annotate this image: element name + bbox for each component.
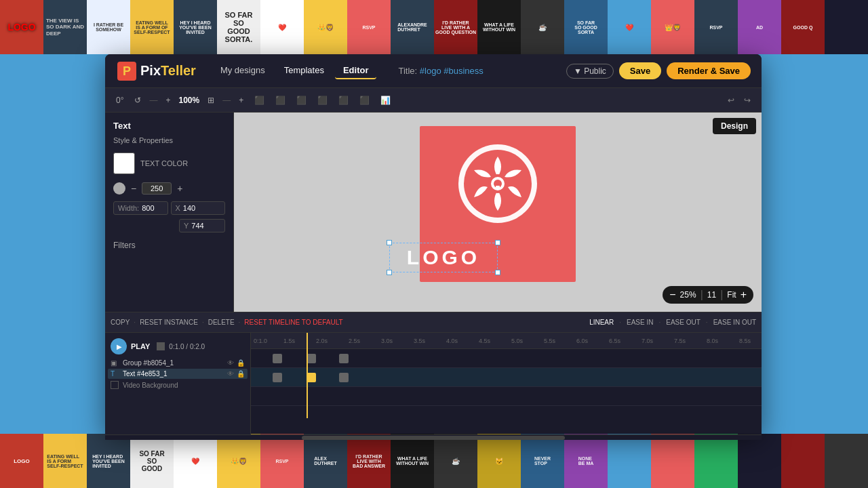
- x-box[interactable]: X 140: [171, 201, 226, 215]
- timeline-scrollbar[interactable]: [105, 434, 762, 440]
- play-row: ▶ PLAY 0:1.0 / 0:2.0: [108, 336, 248, 357]
- align-middle-icon[interactable]: ⬛: [336, 94, 351, 106]
- align-center-icon[interactable]: ⬛: [273, 94, 288, 106]
- nav-my-designs[interactable]: My designs: [212, 62, 273, 79]
- keyframe-text-3[interactable]: [339, 373, 349, 382]
- track-eye-icon[interactable]: 👁: [227, 359, 234, 367]
- bg-cell: ALEXANDREDUTHRET: [391, 0, 434, 54]
- top-navigation: P Pix Teller My designs Templates Editor…: [105, 54, 762, 88]
- bg-cell: SO FARSO GOODSORTA: [564, 0, 608, 54]
- ruler-mark-13: 7.5s: [674, 338, 686, 344]
- visibility-badge[interactable]: ▼ Public: [566, 64, 614, 79]
- playhead[interactable]: [307, 333, 308, 418]
- zoom-fit-button[interactable]: Fit: [727, 290, 736, 300]
- width-label: Width:: [118, 204, 139, 212]
- reset-timeline-button[interactable]: RESET TIMELINE TO DEFAULT: [244, 319, 342, 326]
- ease-in-out-button[interactable]: EASE IN OUT: [713, 319, 756, 326]
- bg-cell-bottom: [608, 434, 651, 488]
- grid-icon[interactable]: ⊞: [205, 94, 217, 106]
- slider-handle[interactable]: [113, 182, 125, 195]
- nav-editor[interactable]: Editor: [335, 62, 377, 79]
- scrollbar-thumb[interactable]: [302, 436, 564, 440]
- title-value[interactable]: #logo #business: [420, 66, 484, 76]
- reset-instance-button[interactable]: RESET INSTANCE: [140, 319, 198, 326]
- delete-button[interactable]: DELETE: [208, 319, 235, 326]
- handle-tr[interactable]: [495, 240, 500, 245]
- design-button[interactable]: Design: [713, 118, 756, 134]
- track-text[interactable]: T Text #4e853_1 👁 🔒: [108, 369, 248, 379]
- play-button[interactable]: ▶: [111, 338, 127, 354]
- slider-value[interactable]: 250: [142, 182, 172, 195]
- text-color-swatch[interactable]: [113, 152, 135, 174]
- stop-icon[interactable]: [157, 342, 165, 350]
- slider-row: − 250 +: [113, 182, 225, 195]
- bg-cell-bottom: ALEXDUTHRET: [304, 434, 347, 488]
- nav-templates[interactable]: Templates: [276, 62, 332, 79]
- distribute-icon[interactable]: ⬛: [357, 94, 372, 106]
- editor-window: P Pix Teller My designs Templates Editor…: [105, 54, 762, 434]
- bg-cell-bottom: [651, 434, 694, 488]
- slider-minus[interactable]: −: [130, 183, 138, 194]
- zoom-in-button[interactable]: +: [741, 289, 747, 301]
- bg-cell-bottom: 👑🦁: [217, 434, 260, 488]
- keyframe-group-1[interactable]: [273, 354, 282, 363]
- ruler-mark-10: 6.0s: [576, 338, 588, 344]
- bg-cell-bottom: [694, 434, 738, 488]
- align-right-icon[interactable]: ⬛: [294, 94, 309, 106]
- linear-button[interactable]: LINEAR: [589, 319, 614, 326]
- save-button[interactable]: Save: [619, 62, 661, 79]
- filters-label: Filters: [113, 241, 225, 250]
- zoom-number: 11: [707, 290, 716, 300]
- bg-cell-bottom: NEVERSTOP: [521, 434, 564, 488]
- track-group[interactable]: ▣ Group #b8054_1 👁 🔒: [108, 358, 248, 368]
- track-text-lock-icon[interactable]: 🔒: [237, 370, 245, 378]
- redo-icon-2[interactable]: ↪: [741, 94, 753, 106]
- track-video[interactable]: Video Background: [108, 380, 248, 390]
- bg-cell-bottom: EATING WELLIS A FORMSELF-RESPECT: [43, 434, 87, 488]
- handle-br[interactable]: [495, 270, 500, 275]
- ease-in-button[interactable]: EASE IN: [627, 319, 653, 326]
- logo-text-selection[interactable]: LOGO: [389, 243, 498, 272]
- rotation-value[interactable]: 0°: [113, 94, 126, 106]
- title-area: Title: #logo #business: [398, 66, 483, 76]
- y-row: Y 744: [113, 219, 225, 232]
- chart-icon[interactable]: 📊: [378, 94, 393, 106]
- bg-cell-bottom: RSVP: [260, 434, 304, 488]
- zoom-out-button[interactable]: −: [669, 289, 675, 301]
- render-save-button[interactable]: Render & Save: [667, 62, 751, 79]
- width-box[interactable]: Width: 800: [113, 201, 168, 215]
- x-label: X: [176, 204, 180, 212]
- video-checkbox[interactable]: [111, 381, 119, 389]
- zoom-plus-icon[interactable]: +: [236, 94, 246, 106]
- keyframe-group-3[interactable]: [339, 354, 349, 363]
- copy-button[interactable]: COPY: [111, 319, 130, 326]
- play-time: 0:1.0 / 0:2.0: [169, 343, 205, 350]
- x-value: 140: [183, 204, 195, 212]
- track-text-eye-icon[interactable]: 👁: [227, 370, 234, 378]
- keyframe-text-1[interactable]: [273, 373, 282, 382]
- keyframe-group-2[interactable]: [307, 354, 316, 363]
- y-label: Y: [184, 222, 189, 230]
- canvas-area[interactable]: LOGO Design − 25% | 11 | Fit +: [234, 113, 762, 312]
- align-top-icon[interactable]: ⬛: [315, 94, 330, 106]
- bg-cell-bottom: LOGO: [0, 434, 43, 488]
- left-panel: Text Style & Properties TEXT COLOR − 250…: [105, 113, 234, 312]
- bg-cell-bottom: ☕: [434, 434, 477, 488]
- align-left-icon[interactable]: ⬛: [252, 94, 267, 106]
- design-canvas: LOGO: [420, 126, 576, 282]
- design-card[interactable]: LOGO: [420, 126, 576, 282]
- handle-tl[interactable]: [387, 240, 392, 245]
- undo-icon[interactable]: ↩: [725, 94, 737, 106]
- handle-bl[interactable]: [387, 270, 392, 275]
- bg-cell: LOGO: [0, 0, 43, 54]
- bg-cell: EATING WELLIS A FORM OFSELF-RESPECT: [130, 0, 174, 54]
- bg-cell-bottom: I'D RATHERLIVE WITHBAD ANSWER: [347, 434, 391, 488]
- slider-plus[interactable]: +: [176, 183, 184, 194]
- y-box[interactable]: Y 744: [179, 219, 225, 232]
- track-lock-icon[interactable]: 🔒: [237, 359, 245, 367]
- ruler-mark-11: 6.5s: [609, 338, 620, 344]
- keyframe-text-2[interactable]: [307, 373, 316, 382]
- zoom-out-icon[interactable]: +: [163, 94, 173, 106]
- ease-out-button[interactable]: EASE OUT: [666, 319, 701, 326]
- redo-icon[interactable]: ↺: [132, 94, 144, 106]
